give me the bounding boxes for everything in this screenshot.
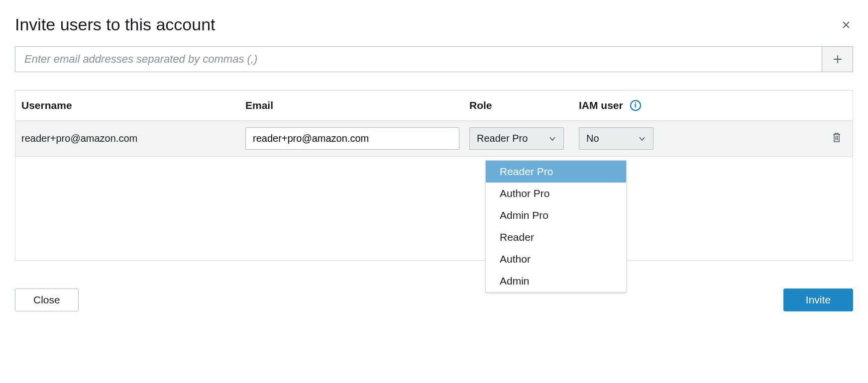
cell-iam: No	[579, 127, 668, 150]
role-option-author-pro[interactable]: Author Pro	[486, 183, 626, 204]
role-select[interactable]: Reader Pro	[469, 127, 564, 150]
email-input[interactable]	[15, 47, 822, 72]
users-table: Username Email Role IAM user i reader+pr…	[15, 90, 853, 261]
role-option-admin-pro[interactable]: Admin Pro	[486, 204, 626, 226]
chevron-down-icon	[638, 135, 646, 143]
delete-row-button[interactable]	[832, 132, 842, 145]
table-empty-space	[15, 157, 853, 260]
cell-username: reader+pro@amazon.com	[21, 133, 245, 144]
close-button[interactable]: Close	[15, 288, 79, 311]
dialog-header: Invite users to this account	[15, 15, 853, 34]
column-email: Email	[245, 99, 469, 111]
role-dropdown: Reader Pro Author Pro Admin Pro Reader A…	[485, 160, 627, 292]
iam-select[interactable]: No	[579, 127, 653, 150]
column-iam: IAM user i	[579, 99, 668, 111]
email-bar	[15, 46, 853, 72]
column-actions	[668, 99, 847, 111]
role-option-author[interactable]: Author	[486, 248, 626, 270]
role-option-reader-pro[interactable]: Reader Pro	[486, 161, 626, 183]
email-field[interactable]	[245, 127, 459, 150]
info-icon[interactable]: i	[630, 100, 641, 111]
column-iam-label: IAM user	[579, 99, 623, 111]
cell-actions	[668, 132, 847, 145]
cell-role: Reader Pro	[469, 127, 579, 150]
table-header: Username Email Role IAM user i	[15, 91, 853, 121]
cell-email	[245, 127, 469, 150]
role-option-admin[interactable]: Admin	[486, 270, 626, 292]
close-icon[interactable]	[839, 18, 853, 32]
role-option-reader[interactable]: Reader	[486, 226, 626, 248]
chevron-down-icon	[548, 135, 556, 143]
table-row: reader+pro@amazon.com Reader Pro No	[15, 121, 853, 157]
add-email-button[interactable]	[822, 47, 853, 72]
column-role: Role	[469, 99, 579, 111]
iam-select-value: No	[586, 133, 599, 144]
invite-button[interactable]: Invite	[783, 288, 853, 311]
column-username: Username	[21, 99, 245, 111]
dialog-footer: Close Invite	[15, 288, 853, 311]
dialog-title: Invite users to this account	[15, 15, 216, 34]
role-select-value: Reader Pro	[477, 133, 528, 144]
